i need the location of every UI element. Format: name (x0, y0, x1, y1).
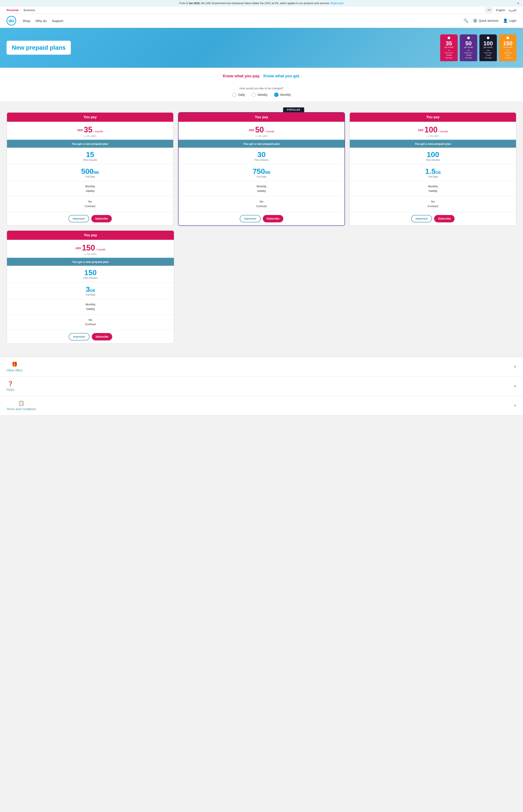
price-tag-35[interactable]: 35 per month 15Flexi mins500MBFull data (440, 34, 458, 61)
plan-150-validity-text: MonthlyValidity (9, 302, 172, 312)
terms-label: Terms and Conditions (6, 407, 36, 411)
plan-card-35: You pay AED 35 / month (+ 5% VAT) You ge… (6, 112, 174, 226)
other-offers-content: 🎁 Other offers (6, 362, 23, 372)
plan-50-label: You get a new prepaid plan (179, 140, 345, 148)
plan-100-data: 1.5GB Full Data (350, 164, 516, 181)
faqs-icon: ❓ (7, 381, 13, 387)
plan-card-100: You pay AED 100 / month (+ 5% VAT) You g… (349, 112, 517, 226)
tagline-get: Know what you get. (264, 74, 300, 78)
plan-100-price: AED 100 / month (+ 5% VAT) (350, 122, 516, 140)
cards-row-2: You pay AED 150 / month (+ 5% VAT) You g… (6, 230, 174, 344)
personal-link[interactable]: Personal (6, 8, 19, 12)
plan-35-validity: MonthlyValidity (7, 181, 173, 197)
plan-35-data: 500MB Full Data (7, 164, 173, 181)
plan-150-minutes: 150 Flexi minutes (7, 266, 174, 282)
english-link[interactable]: English (496, 8, 505, 12)
plan-35-label: You get a new prepaid plan (7, 140, 173, 148)
plan-150-actions: Important Subscribe (7, 330, 174, 344)
plan-150-important-button[interactable]: Important (69, 333, 89, 340)
charge-weekly[interactable]: Weekly (251, 93, 268, 97)
plan-150-data: 3GB Full Data (7, 282, 174, 299)
plan-35-unit: / month (93, 130, 103, 133)
charge-daily[interactable]: Daily (232, 93, 245, 97)
plan-50-min-num: 30 (181, 151, 343, 158)
accordion-faqs[interactable]: ❓ FAQs + (0, 376, 523, 396)
plan-50-unit: / month (265, 130, 274, 133)
charge-monthly[interactable]: Monthly (274, 93, 291, 97)
plan-35-min-num: 15 (9, 151, 171, 158)
plan-150-contract: NoContract (7, 315, 174, 330)
plan-100-subscribe-button[interactable]: Subscribe (434, 215, 455, 222)
price-tag-100-num: 100 (482, 40, 494, 46)
plan-50-data: 750MB Full Data (179, 164, 345, 181)
quick-services-link[interactable]: ⚙️ Quick services (473, 18, 499, 23)
price-tag-50-permonth: per month (463, 46, 475, 48)
price-tag-50-num: 50 (463, 40, 475, 46)
read-more-link[interactable]: Read more (330, 2, 343, 5)
price-tag-100-permonth: per month (482, 46, 494, 48)
logo[interactable]: du (6, 16, 16, 25)
plan-50-aed: AED (249, 129, 254, 132)
plan-100-aed: AED (418, 129, 423, 132)
plan-100-num: 100 (425, 125, 437, 134)
plan-50-data-label: Full Data (181, 176, 343, 178)
plan-35-min-label: Flexi minutes (9, 159, 171, 161)
plan-35-price: AED 35 / month (+ 5% VAT) (7, 122, 173, 140)
price-tag-50[interactable]: 50 per month 30Flexi mins750MBFull data (460, 34, 477, 61)
price-tag-35-detail: 15Flexi mins500MBFull data (443, 49, 455, 59)
plan-35-vat: (+ 5% VAT) (9, 135, 171, 137)
plan-50-header: You pay (179, 113, 345, 122)
plan-100-important-button[interactable]: Important (411, 215, 432, 222)
popular-badge: POPULAR (283, 107, 304, 112)
plan-35-subscribe-button[interactable]: Subscribe (91, 215, 112, 222)
plan-50-contract: NoContract (179, 197, 345, 212)
plan-50-subscribe-button[interactable]: Subscribe (263, 215, 283, 222)
nav-why-du[interactable]: Why du (36, 19, 47, 23)
accordion-terms[interactable]: 📋 Terms and Conditions + (0, 396, 523, 416)
nav-support[interactable]: Support (52, 19, 64, 23)
search-link[interactable]: 🔍 (464, 18, 468, 23)
weekly-radio[interactable] (251, 93, 256, 97)
price-tag-35-num: 35 (443, 40, 455, 46)
login-link[interactable]: 👤 Login (503, 18, 517, 23)
price-tag-150[interactable]: 150 per month 150Flexi mins3GBFull data (499, 34, 517, 61)
faqs-label: FAQs (6, 388, 14, 391)
nav-links: Shop Why du Support (23, 19, 63, 23)
nav-divider: | (21, 8, 21, 12)
top-nav: Personal | Business AA English العربية (0, 6, 523, 14)
banner-close-button[interactable]: ✕ (517, 1, 520, 5)
plan-100-label: You get a new prepaid plan (350, 140, 516, 148)
plan-100-minutes: 100 Flexi minutes (350, 148, 516, 164)
monthly-radio[interactable] (274, 93, 278, 97)
price-tag-150-num: 150 (502, 40, 514, 46)
plan-35-important-button[interactable]: Important (68, 215, 89, 222)
plan-50-important-button[interactable]: Important (240, 215, 260, 222)
plan-50-minutes: 30 Flexi minutes (179, 148, 345, 164)
price-tag-100-detail: 100Flexi mins1.5GBFull data (482, 49, 494, 59)
faqs-plus-icon: + (513, 383, 517, 389)
search-icon: 🔍 (464, 18, 468, 23)
plan-50-validity-text: MonthlyValidity (181, 184, 343, 193)
other-offers-label: Other offers (6, 369, 23, 372)
plan-150-vat: (+ 5% VAT) (9, 253, 172, 256)
price-tag-100[interactable]: 100 per month 100Flexi mins1.5GBFull dat… (480, 34, 497, 61)
plan-150-validity: MonthlyValidity (7, 299, 174, 315)
user-icon: 👤 (503, 18, 508, 23)
nav-shop[interactable]: Shop (23, 19, 30, 23)
price-tag-35-permonth: per month (443, 46, 455, 48)
plan-150-subscribe-button[interactable]: Subscribe (92, 333, 112, 340)
plan-150-label: You get a new prepaid plan (7, 258, 174, 266)
nav-left: du Shop Why du Support (6, 16, 63, 25)
accordion-other-offers[interactable]: 🎁 Other offers + (0, 357, 523, 376)
weekly-label: Weekly (257, 93, 268, 96)
business-link[interactable]: Business (23, 8, 35, 12)
plan-100-validity: MonthlyValidity (350, 181, 516, 197)
other-offers-icon: 🎁 (12, 362, 17, 367)
main-nav: du Shop Why du Support 🔍 ⚙️ Quick servic… (0, 14, 523, 28)
hero-title: New prepaid plans (6, 41, 71, 55)
daily-radio[interactable] (232, 93, 236, 97)
font-size-button[interactable]: AA (486, 8, 492, 12)
accordion-section: 🎁 Other offers + ❓ FAQs + 📋 Terms and Co… (0, 357, 523, 416)
arabic-link[interactable]: العربية (509, 8, 517, 12)
plan-50-vat: (+ 5% VAT) (181, 135, 343, 137)
